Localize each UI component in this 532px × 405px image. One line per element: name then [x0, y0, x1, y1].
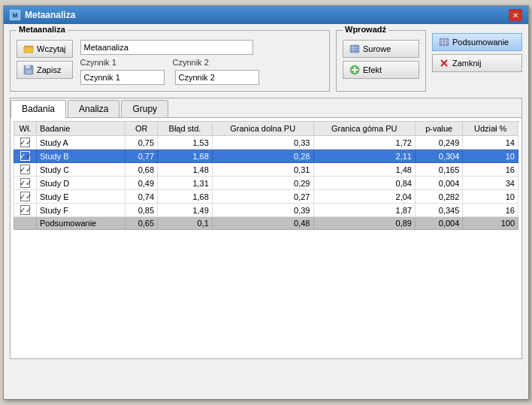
- cell-wl[interactable]: ✓: [14, 190, 37, 204]
- window-close-button[interactable]: ✕: [509, 9, 522, 21]
- cell-dolna: 0,31: [212, 163, 313, 177]
- podsumowanie-label: Podsumowanie: [452, 38, 509, 47]
- cell-blad: 1,68: [158, 190, 213, 204]
- cell-gorna: 0,84: [313, 177, 416, 190]
- col-header-dolna: Granica dolna PU: [212, 122, 313, 136]
- wczytaj-label: Wczytaj: [37, 44, 66, 53]
- summary-cell-udzial: 100: [463, 217, 518, 230]
- summary-cell-wl: [14, 217, 37, 230]
- col-header-udzial: Udział %: [463, 122, 518, 136]
- cell-badanie: Study C: [37, 163, 125, 177]
- cell-gorna: 2,04: [313, 190, 416, 204]
- cell-dolna: 0,39: [212, 204, 313, 217]
- cell-gorna: 1,48: [313, 163, 416, 177]
- efekt-button[interactable]: Efekt: [343, 61, 419, 79]
- cell-pvalue: 0,004: [416, 177, 463, 190]
- svg-rect-1: [24, 47, 33, 53]
- cell-or: 0,68: [125, 163, 158, 177]
- summary-cell-gorna: 0,89: [313, 217, 416, 230]
- table-row[interactable]: ✓ Study C 0,68 1,48 0,31 1,48 0,165 16: [14, 163, 518, 177]
- cell-udzial: 34: [463, 177, 518, 190]
- table-row[interactable]: ✓ Study E 0,74 1,68 0,27 2,04 0,282 10: [14, 190, 518, 204]
- factor-labels-row: Czynnik 1 Czynnik 2: [80, 58, 324, 67]
- table-row[interactable]: ✓ Study F 0,85 1,49 0,39 1,87 0,345 16: [14, 204, 518, 217]
- plus-icon: [349, 65, 360, 75]
- cell-or: 0,74: [125, 190, 158, 204]
- cell-udzial: 10: [463, 150, 518, 163]
- czynnik2-label-a: Czynnik 2: [173, 58, 209, 67]
- cell-dolna: 0,33: [212, 136, 313, 150]
- summary-cell-or: 0,65: [125, 217, 158, 230]
- cell-pvalue: 0,165: [416, 163, 463, 177]
- wprowadz-group-label: Wprowadź: [343, 25, 388, 34]
- cell-badanie: Study E: [37, 190, 125, 204]
- table-row[interactable]: ✓ Study A 0,75 1,53 0,33 1,72 0,249 14: [14, 136, 518, 150]
- cell-pvalue: 0,249: [416, 136, 463, 150]
- cell-blad: 1,53: [158, 136, 213, 150]
- cell-dolna: 0,28: [212, 150, 313, 163]
- wczytaj-button[interactable]: Wczytaj: [17, 40, 73, 58]
- tab-grupy[interactable]: Grupy: [121, 100, 168, 117]
- zapisz-label: Zapisz: [37, 65, 61, 74]
- efekt-label: Efekt: [363, 65, 382, 74]
- tab-badania[interactable]: Badania: [11, 100, 66, 118]
- row-checkbox[interactable]: ✓: [20, 165, 30, 174]
- surowe-label: Surowe: [363, 44, 391, 53]
- podsumowanie-button[interactable]: Podsumowanie: [432, 33, 522, 51]
- cell-wl[interactable]: ✓: [14, 163, 37, 177]
- col-header-pvalue: p-value: [416, 122, 463, 136]
- cell-wl[interactable]: ✓: [14, 177, 37, 190]
- main-window: M Metaanaliza ✕ Metaanaliza: [3, 5, 529, 400]
- cell-blad: 1,31: [158, 177, 213, 190]
- cell-or: 0,49: [125, 177, 158, 190]
- svg-rect-6: [350, 45, 359, 53]
- tab-analiza[interactable]: Analiza: [68, 100, 119, 117]
- row-checkbox[interactable]: ✓: [20, 178, 30, 188]
- table-container: Wł. Badanie OR Błąd std. Granica dolna P…: [11, 118, 521, 358]
- app-icon: M: [10, 10, 20, 20]
- floppy-icon: [23, 65, 34, 75]
- summary-cell-name: Podsumowanie: [37, 217, 125, 230]
- metaanaliza-field[interactable]: [80, 40, 253, 55]
- cell-pvalue: 0,282: [416, 190, 463, 204]
- zamknij-label: Zamknij: [452, 59, 482, 68]
- svg-rect-5: [26, 70, 32, 74]
- cell-dolna: 0,29: [212, 177, 313, 190]
- x-close-icon: [439, 58, 449, 68]
- surowe-icon: [349, 44, 360, 54]
- col-header-badanie: Badanie: [37, 122, 125, 136]
- open-icon: [23, 44, 34, 54]
- czynnik1-field[interactable]: [80, 70, 165, 85]
- czynnik2-field[interactable]: [175, 70, 259, 85]
- row-checkbox[interactable]: ✓: [20, 192, 30, 201]
- svg-rect-4: [26, 65, 30, 68]
- cell-udzial: 10: [463, 190, 518, 204]
- cell-badanie: Study A: [37, 136, 125, 150]
- surowe-button[interactable]: Surowe: [343, 40, 419, 58]
- col-header-wl: Wł.: [14, 122, 37, 136]
- cell-badanie: Study D: [37, 177, 125, 190]
- row-checkbox[interactable]: ✓: [20, 205, 30, 215]
- summary-row: Podsumowanie 0,65 0,1 0,48 0,89 0,004 10…: [14, 217, 518, 230]
- cell-wl[interactable]: ✓: [14, 136, 37, 150]
- row-checkbox[interactable]: ✓: [20, 138, 30, 147]
- row-checkbox[interactable]: ✓: [20, 151, 30, 161]
- factor-inputs-row: [80, 70, 324, 85]
- cell-wl[interactable]: ✓: [14, 150, 37, 163]
- col-header-blad: Błąd std.: [158, 122, 213, 136]
- cell-pvalue: 0,304: [416, 150, 463, 163]
- svg-rect-13: [440, 38, 449, 46]
- zamknij-button[interactable]: Zamknij: [432, 54, 522, 72]
- svg-rect-2: [24, 46, 28, 47]
- metaanaliza-group-label: Metaanaliza: [17, 25, 68, 34]
- summary-cell-pvalue: 0,004: [416, 217, 463, 230]
- table-row[interactable]: ✓ Study D 0,49 1,31 0,29 0,84 0,004 34: [14, 177, 518, 190]
- cell-badanie: Study B: [37, 150, 125, 163]
- cell-gorna: 1,72: [313, 136, 416, 150]
- czynnik1-label-a: Czynnik 1: [80, 58, 167, 67]
- table-row[interactable]: ✓ Study B 0,77 1,68 0,28 2,11 0,304 10: [14, 150, 518, 163]
- wprowadz-group: Wprowadź Surowe: [336, 30, 426, 92]
- zapisz-button[interactable]: Zapisz: [17, 61, 73, 79]
- meta-inputs: Czynnik 1 Czynnik 2: [80, 40, 324, 85]
- cell-wl[interactable]: ✓: [14, 204, 37, 217]
